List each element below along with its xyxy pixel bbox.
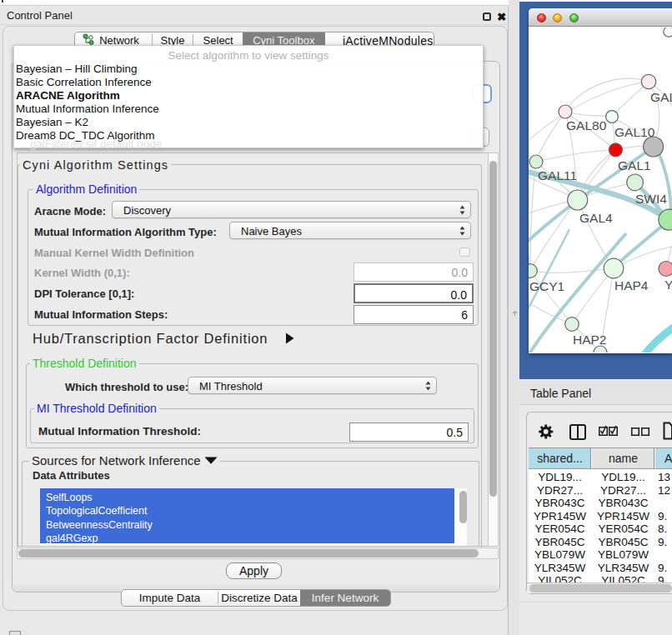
svg-text:GAL11: GAL11: [538, 168, 577, 182]
svg-text:GAL1: GAL1: [618, 158, 651, 172]
svg-text:HAP4: HAP4: [614, 278, 649, 292]
svg-text:GAL4: GAL4: [579, 211, 613, 225]
svg-text:HAP2: HAP2: [573, 332, 607, 347]
svg-text:GAL: GAL: [650, 90, 672, 104]
svg-text:SWI4: SWI4: [635, 192, 667, 206]
svg-text:GCY1: GCY1: [529, 279, 564, 293]
svg-text:GAL10: GAL10: [614, 125, 655, 139]
svg-text:Y: Y: [664, 278, 672, 292]
svg-text:GAL80: GAL80: [566, 118, 607, 132]
